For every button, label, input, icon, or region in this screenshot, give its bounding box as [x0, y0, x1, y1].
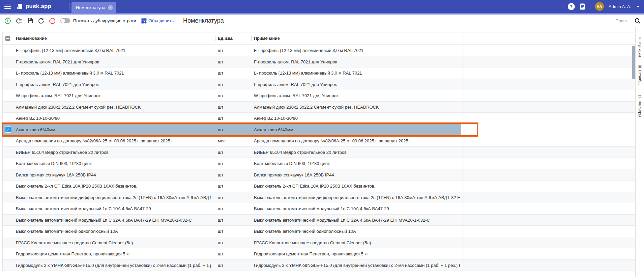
row-note: L-профиль алюм. RAL 7021 для Унипрок — [254, 82, 337, 87]
chevron-down-icon[interactable] — [637, 6, 639, 7]
column-header-unit[interactable]: Ед.изм. — [218, 36, 233, 41]
row-unit: шт — [218, 195, 223, 200]
table-row[interactable]: F - профиль (12-13 мм) алюмииневый 3,0 м… — [3, 45, 636, 56]
table-row[interactable]: L- профиль (12-13 мм) алюминиевый 3,0 м … — [3, 67, 636, 79]
side-tab-filters[interactable]: ▽ Фильтры — [638, 94, 642, 117]
help-icon[interactable]: ? — [568, 3, 575, 10]
header-divider — [590, 3, 590, 10]
row-unit: шт — [218, 240, 223, 245]
top-header-bar: pusk.app Номенклатура ✕ ? AA Admin A. A. — [0, 0, 644, 13]
merge-icon[interactable] — [141, 18, 147, 24]
column-header-note[interactable]: Примечание — [254, 36, 280, 41]
table-row[interactable]: ✓ Анкер-клин 6*40мм шт Анкер-клин 6*40мм — [3, 124, 636, 136]
row-note: L- профиль (12-13 мм) алюминиевый 3,0 м … — [254, 71, 362, 76]
table-row[interactable]: Аренда помещения по договору №82/06А-25 … — [3, 135, 636, 147]
table-row[interactable]: Вилка прямая с/з каучук 16А 250В IP44 шт… — [3, 169, 636, 181]
column-divider-line — [464, 32, 464, 270]
header-right-cluster: ? AA Admin A. A. — [568, 0, 639, 13]
row-name: Аренда помещения по договору №82/06А-25 … — [16, 138, 174, 143]
row-name: Анкер BZ 10-10-30/90 — [16, 116, 60, 121]
menu-icon[interactable] — [4, 4, 11, 9]
side-tab-label: Фильтры — [638, 101, 642, 117]
user-name[interactable]: Admin A. A. — [609, 4, 631, 9]
row-name: W-профиль алюм. RAL 7021 для Унипрок — [16, 93, 100, 98]
row-checkbox[interactable]: ✓ — [5, 127, 11, 132]
row-name: L-профиль алюм. RAL 7021 для Унипрок — [16, 82, 99, 87]
row-unit: шт — [218, 93, 223, 98]
table-row[interactable]: Болт мебельный DIN 603, 10*80 цинк шт Бо… — [3, 158, 636, 169]
side-tab-columns[interactable]: ⊞ Столбцы — [638, 65, 642, 86]
merge-button[interactable]: Объединить — [149, 18, 174, 23]
vertical-scrollbar-thumb[interactable] — [632, 46, 635, 79]
row-name: Выключатель автоматический модульный 1п … — [16, 217, 192, 222]
table-row[interactable]: БИБЕР 65104 Ведро строительное 20 литров… — [3, 147, 636, 158]
show-duplicates-label: Показать дублирующие строки — [73, 18, 136, 23]
row-note: Алмазный диск 230х2,5х22,2 Сегмент сухой… — [254, 104, 379, 109]
tab-label: Номенклатура — [76, 5, 105, 10]
row-name: Болт мебельный DIN 603, 10*80 цинк — [16, 161, 92, 166]
column-tick — [215, 36, 215, 41]
column-header-name[interactable]: Наименование — [16, 36, 47, 41]
table-row[interactable]: L-профиль алюм. RAL 7021 для Унипрок шт … — [3, 79, 636, 90]
column-tick — [251, 36, 252, 41]
save-button[interactable] — [27, 18, 33, 24]
table-row[interactable]: Алмазный диск 230х2,5х22,2 Сегмент сухой… — [3, 102, 636, 113]
duplicate-list-icon[interactable] — [16, 18, 22, 24]
table-row[interactable]: Выключатель 2-кл СП Etika 10А IP20 250В … — [3, 181, 636, 192]
table-row[interactable]: F-профиль алюм. RAL 7021 для Унипрок шт … — [3, 56, 636, 68]
row-note: Гидроизоляция цементная Пенетрон, проник… — [254, 251, 368, 256]
search-control[interactable]: Поиск... — [615, 15, 641, 27]
tab-nomenclature[interactable]: Номенклатура ✕ — [71, 2, 116, 13]
row-unit: шт — [218, 251, 223, 256]
table-row[interactable]: Выключатель автоматический модульный 1п … — [3, 203, 636, 215]
table-row[interactable]: ГРАСС Кислотное моющее средство Cement C… — [3, 237, 636, 249]
row-note: Гидромодуль 2 х YMHK-SINGLE-I-15,0 (для … — [254, 262, 460, 268]
row-name: L- профиль (12-13 мм) алюминиевый 3,0 м … — [16, 71, 124, 76]
menu-lines-icon: ≡ — [638, 37, 642, 39]
document-icon[interactable] — [580, 3, 585, 10]
row-name: Выключатель 2-кл СП Etika 10А IP20 250В … — [16, 184, 137, 189]
table-row[interactable]: W-профиль алюм. RAL 7021 для Унипрок шт … — [3, 90, 636, 102]
right-side-panel: ≡ Функции ⊞ Столбцы ▽ Фильтры — [635, 27, 644, 277]
row-unit: шт — [218, 149, 223, 155]
select-all-checkbox[interactable] — [5, 36, 10, 41]
tab-close-icon[interactable]: ✕ — [108, 5, 113, 10]
row-unit: шт — [218, 116, 223, 121]
row-unit: шт — [218, 229, 223, 234]
row-name: Анкер-клин 6*40мм — [16, 127, 55, 132]
row-note: F - профиль (12-13 мм) алюмииневый 3,0 м… — [254, 48, 363, 53]
refresh-button[interactable] — [38, 18, 45, 24]
toolbar: Показать дублирующие строки Объединить Н… — [0, 15, 644, 27]
row-note: W-профиль алюм. RAL 7021 для Унипрок — [254, 93, 338, 98]
row-note: Аренда помещения по договору №82/06А-25 … — [254, 138, 412, 143]
row-name: Вилка прямая с/з каучук 16А 250В IP44 — [16, 172, 96, 177]
row-name: Алмазный диск 230х2,5х22,2 Сегмент сухой… — [16, 104, 141, 109]
row-note: Анкер BZ 10-10-30/90 — [254, 116, 298, 121]
row-note: Выключатель 2-кл СП Etika 10А IP20 250В … — [254, 184, 375, 189]
table-row[interactable]: Гидромодуль 2 х YMHK-SINGLE-I-15,0 (для … — [3, 260, 636, 271]
table-row[interactable]: Анкер BZ 10-10-30/90 шт Анкер BZ 10-10-3… — [3, 113, 636, 124]
row-name: F - профиль (12-13 мм) алюмииневый 3,0 м… — [16, 48, 125, 53]
avatar[interactable]: AA — [595, 2, 604, 11]
table-row[interactable]: Выключатель автоматический однополюсный … — [3, 226, 636, 237]
row-unit: шт — [218, 104, 223, 109]
table-row[interactable]: Выключатель автоматический дифференциаль… — [3, 192, 636, 203]
remove-row-button[interactable] — [49, 18, 56, 24]
show-duplicates-toggle[interactable] — [60, 18, 70, 23]
table-row[interactable]: Выключатель автоматический модульный 1п … — [3, 215, 636, 226]
row-name: Гидроизоляция цементная Пенетрон, проник… — [16, 251, 130, 256]
search-icon[interactable] — [635, 18, 641, 24]
table-row[interactable]: Гидроизоляция цементная Пенетрон, проник… — [3, 248, 636, 260]
side-tab-functions[interactable]: ≡ Функции — [638, 37, 642, 57]
header-divider — [69, 3, 69, 10]
toolbar-icons — [0, 18, 56, 24]
row-note: Выключатель автоматический модульный 1п … — [254, 206, 389, 211]
row-name: БИБЕР 65104 Ведро строительное 20 литров — [16, 149, 109, 155]
row-note: F-профиль алюм. RAL 7021 для Унипрок — [254, 59, 337, 64]
row-unit: шт — [218, 206, 223, 211]
row-name: F-профиль алюм. RAL 7021 для Унипрок — [16, 59, 99, 64]
add-row-button[interactable] — [4, 18, 11, 24]
row-unit: шт — [218, 161, 223, 166]
logo-icon — [16, 3, 23, 10]
app-logo[interactable]: pusk.app — [16, 0, 51, 13]
